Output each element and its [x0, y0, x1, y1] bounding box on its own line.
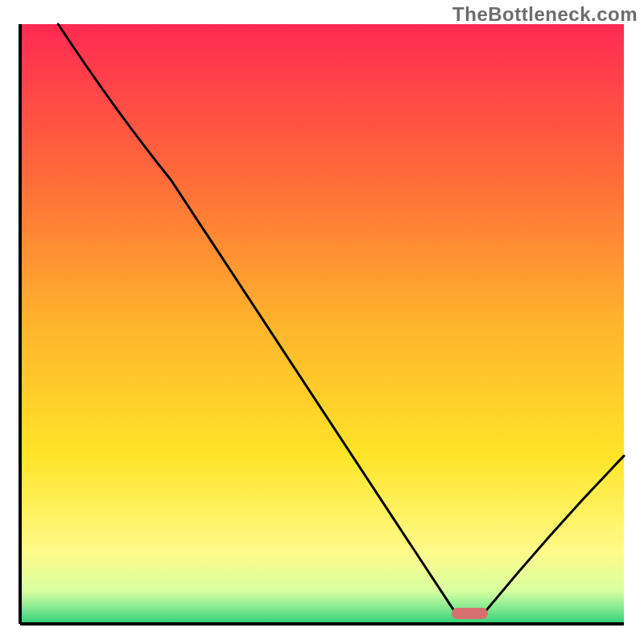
bottleneck-chart — [0, 0, 644, 644]
chart-container: TheBottleneck.com — [0, 0, 644, 644]
plot-background — [20, 24, 624, 624]
watermark-label: TheBottleneck.com — [452, 3, 638, 26]
optimal-marker — [452, 608, 488, 619]
